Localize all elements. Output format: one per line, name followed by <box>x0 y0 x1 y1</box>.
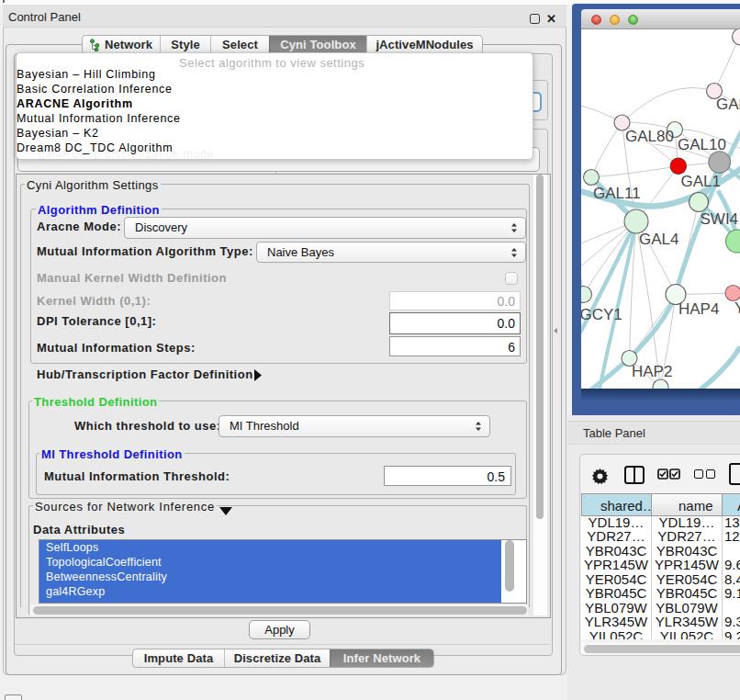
svg-text:SWI4: SWI4 <box>701 209 739 227</box>
svg-text:GAL10: GAL10 <box>678 135 726 152</box>
svg-text:GAL4: GAL4 <box>639 230 678 247</box>
svg-text:GAL11: GAL11 <box>593 185 641 202</box>
svg-text:GAL80: GAL80 <box>625 127 674 144</box>
svg-text:GAL7: GAL7 <box>716 95 740 112</box>
svg-text:Y: Y <box>734 299 740 316</box>
svg-text:HAP4: HAP4 <box>678 300 719 318</box>
svg-text:GCY1: GCY1 <box>581 305 622 322</box>
svg-text:HAP2: HAP2 <box>632 362 672 379</box>
svg-text:GAL1: GAL1 <box>681 173 721 190</box>
